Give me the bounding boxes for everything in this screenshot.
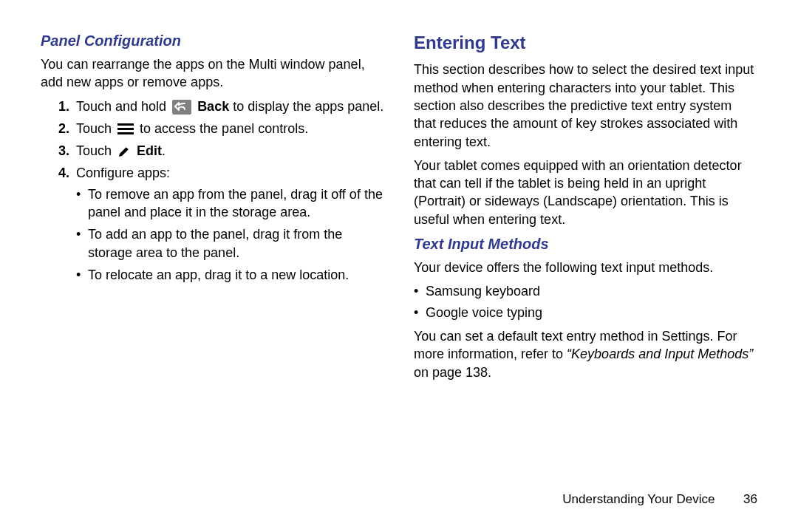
- step-1-text-a: Touch and hold: [76, 99, 170, 114]
- default-method-note: You can set a default text entry method …: [414, 327, 757, 381]
- footer-page-number: 36: [732, 491, 757, 508]
- right-column: Entering Text This section describes how…: [414, 31, 757, 387]
- text-input-methods-heading: Text Input Methods: [414, 234, 757, 254]
- panel-config-intro: You can rearrange the apps on the Multi …: [41, 55, 384, 92]
- configure-apps-list: To remove an app from the panel, drag it…: [76, 185, 384, 284]
- entering-text-p1: This section describes how to select the…: [414, 61, 757, 150]
- back-icon: [172, 100, 191, 115]
- step-2-text-b: to access the panel controls.: [140, 121, 308, 136]
- footer-chapter: Understanding Your Device: [562, 492, 715, 506]
- note-c: on page 138.: [414, 365, 491, 380]
- entering-text-p2: Your tablet comes equipped with an orien…: [414, 157, 757, 228]
- step-2-text-a: Touch: [76, 121, 115, 136]
- hamburger-icon: [117, 123, 134, 135]
- step-1: Touch and hold Back to display the apps …: [73, 98, 384, 115]
- step-4-text: Configure apps:: [76, 166, 170, 180]
- sub-bullet: To relocate an app, drag it to a new loc…: [76, 266, 384, 284]
- step-3-text-c: .: [162, 143, 166, 158]
- input-method-item: Samsung keyboard: [414, 282, 757, 300]
- text-input-intro: Your device offers the following text in…: [414, 259, 757, 276]
- left-column: Panel Configuration You can rearrange th…: [41, 31, 384, 387]
- step-4: Configure apps: To remove an app from th…: [73, 164, 384, 284]
- step-1-text-c: to display the apps panel.: [233, 99, 383, 114]
- sub-bullet: To remove an app from the panel, drag it…: [76, 185, 384, 222]
- pencil-icon: [117, 145, 131, 158]
- note-ref: “Keyboards and Input Methods”: [567, 347, 753, 361]
- page-footer: Understanding Your Device 36: [562, 491, 757, 508]
- step-3-text-a: Touch: [76, 143, 115, 158]
- step-3: Touch Edit.: [73, 142, 384, 160]
- panel-config-steps: Touch and hold Back to display the apps …: [41, 98, 384, 284]
- panel-config-heading: Panel Configuration: [41, 31, 384, 51]
- step-2: Touch to access the panel controls.: [73, 120, 384, 137]
- step-1-back-label: Back: [197, 99, 229, 114]
- input-method-item: Google voice typing: [414, 304, 757, 321]
- entering-text-heading: Entering Text: [414, 31, 757, 55]
- sub-bullet: To add an app to the panel, drag it from…: [76, 225, 384, 262]
- input-methods-list: Samsung keyboard Google voice typing: [414, 282, 757, 321]
- step-3-edit-label: Edit: [137, 143, 162, 158]
